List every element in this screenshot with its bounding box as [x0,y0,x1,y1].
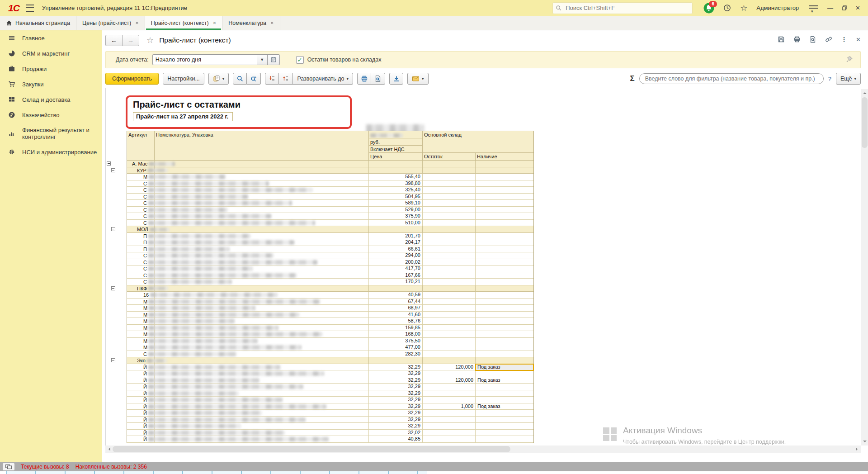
table-row[interactable]: 32,29Й [127,417,533,423]
link-icon[interactable] [825,36,832,43]
table-row[interactable]: 200,02С [127,259,533,266]
minimize-button[interactable]: — [827,5,833,11]
restore-button[interactable] [841,5,847,11]
table-row[interactable]: 375,50М [127,338,533,345]
table-row[interactable]: 504,95С [127,194,533,200]
table-row[interactable]: 40,5916 [127,292,533,299]
table-row[interactable]: 32,29120,000Под заказЙ [127,377,533,384]
table-row[interactable]: 201,70П [127,233,533,240]
save-icon[interactable] [778,36,785,43]
sidebar-item-5[interactable]: Казначейство [0,107,102,123]
group-row[interactable]: КУР [127,167,533,174]
table-row[interactable]: 589,10С [127,200,533,207]
table-row[interactable]: 32,29Й [127,410,533,417]
sidebar-item-6[interactable]: Финансовый результат и контроллинг [0,123,102,144]
table-row[interactable]: 58,76М [127,318,533,325]
vertical-scrollbar[interactable] [861,89,868,446]
group-row[interactable]: МОЛ [127,226,533,233]
table-row[interactable]: 41,60М [127,312,533,318]
tab-3[interactable]: Номенклатура✕ [222,16,280,30]
sum-indicator[interactable]: Σ [630,74,634,83]
more-actions-icon[interactable]: ⋮ [841,36,847,43]
scroll-down-button[interactable] [861,438,868,446]
back-button[interactable]: ← [105,35,123,46]
sidebar-item-0[interactable]: Главное [0,30,102,46]
sidebar-item-2[interactable]: Продажи [0,61,102,76]
settings-button[interactable]: Настройки... [163,73,204,85]
table-row[interactable]: 67,44М [127,299,533,305]
table-row[interactable]: 32,29Й [127,397,533,403]
table-row[interactable]: 325,40С [127,187,533,194]
horizontal-scrollbar[interactable] [105,446,861,453]
close-form-icon[interactable]: ✕ [856,36,861,43]
table-row[interactable]: 32,02Й [127,430,533,436]
date-dropdown-button[interactable]: ▼ [257,54,268,65]
sidebar-item-4[interactable]: Склад и доставка [0,92,102,107]
table-row[interactable]: 68,97М [127,305,533,312]
tab-2[interactable]: Прайс-лист (контекст)✕ [145,16,222,30]
expand-rows-button[interactable] [279,73,293,85]
save-report-button[interactable] [389,73,403,85]
close-window-button[interactable]: ✕ [855,5,860,11]
calls-monitor-button[interactable] [3,463,14,470]
table-row[interactable]: 204,17П [127,239,533,246]
sidebar-item-3[interactable]: Закупки [0,76,102,92]
collapse-group-button[interactable] [107,161,111,166]
table-row[interactable]: 477,00М [127,344,533,351]
global-search[interactable] [552,2,693,14]
table-row[interactable]: 170,21С [127,279,533,285]
scroll-right-button[interactable] [854,446,861,453]
tab-close-icon[interactable]: ✕ [135,21,139,25]
report-variants-button[interactable]: ▾ [208,73,229,85]
find-button[interactable] [233,73,247,85]
table-row[interactable]: 529,00С [127,207,533,213]
table-row[interactable]: 32,29Й [127,390,533,397]
table-row[interactable]: 375,90С [127,213,533,220]
generate-button[interactable]: Сформировать [105,73,159,85]
global-search-input[interactable] [565,4,675,12]
send-mail-button[interactable]: ▾ [407,73,429,85]
tab-0[interactable]: Начальная страница [0,16,76,30]
history-button[interactable] [723,4,731,12]
main-menu-icon[interactable] [26,5,34,12]
current-user[interactable]: Администратор [756,5,799,11]
table-row[interactable]: 40,85Й [127,436,533,443]
table-row[interactable]: 555,40М [127,174,533,180]
tab-close-icon[interactable]: ✕ [213,21,217,25]
table-row[interactable]: 32,29Й [127,384,533,390]
calendar-button[interactable] [268,54,280,65]
more-button[interactable]: Ещё ▾ [836,73,861,85]
group-row[interactable]: А. Мас [127,161,533,167]
horizontal-scroll-thumb[interactable] [113,446,510,452]
favorite-star-icon[interactable]: ☆ [146,35,154,45]
notifications-button[interactable]: 6 [703,3,714,14]
print-preview-button[interactable] [371,73,385,85]
table-row[interactable]: 282,30С [127,351,533,358]
service-menu-button[interactable]: ▾ [809,5,818,11]
table-row[interactable]: 159,85М [127,325,533,332]
collapse-group-button[interactable] [111,168,115,172]
favorites-button[interactable]: ☆ [740,3,747,13]
group-row[interactable]: Эко [127,357,533,364]
sidebar-item-1[interactable]: CRM и маркетинг [0,46,102,61]
help-button[interactable]: ? [828,76,831,82]
table-row[interactable]: 398,80С [127,180,533,187]
collapse-group-button[interactable] [111,286,115,290]
preview-icon[interactable] [809,36,816,43]
tab-close-icon[interactable]: ✕ [270,21,274,25]
collapse-rows-button[interactable] [265,73,279,85]
find-next-button[interactable] [247,73,261,85]
group-row[interactable]: ПКФ [127,285,533,292]
table-row[interactable]: 167,66С [127,272,533,279]
stock-checkbox[interactable]: ✓ [296,56,304,64]
forward-button[interactable]: → [123,35,139,46]
filter-input[interactable] [639,73,824,84]
table-row[interactable]: 32,29Й [127,370,533,377]
table-row[interactable]: 168,00М [127,331,533,338]
expand-to-button[interactable]: Разворачивать до ▾ [293,73,353,85]
table-row[interactable]: 66,61П [127,246,533,253]
print-report-button[interactable] [357,73,371,85]
table-row[interactable]: 32,291,000Под заказЙ [127,403,533,410]
sidebar-item-7[interactable]: НСИ и администрирование [0,144,102,160]
collapse-group-button[interactable] [111,227,115,231]
